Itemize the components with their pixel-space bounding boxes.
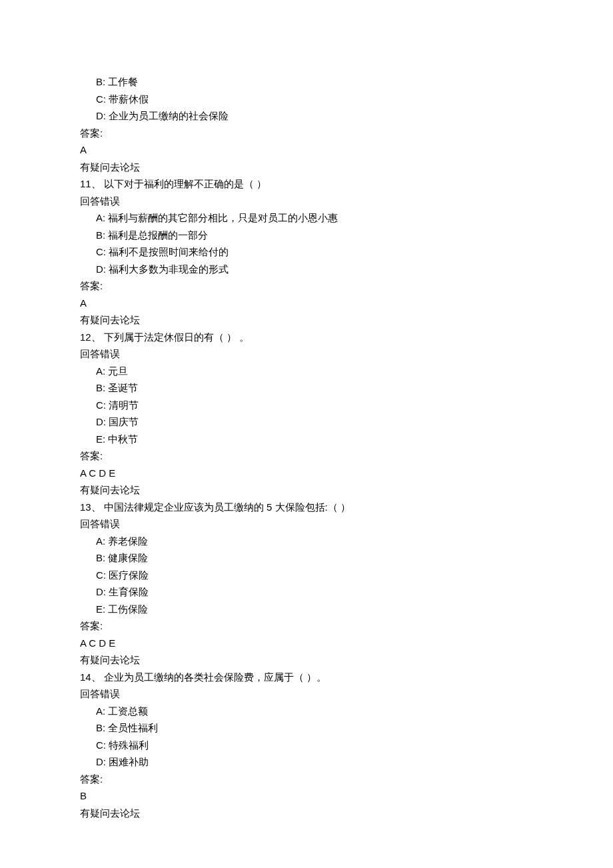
option-label: E: bbox=[96, 433, 105, 445]
option-text: 生育保险 bbox=[109, 586, 149, 597]
option-b: B: 福利是总报酬的一部分 bbox=[80, 227, 533, 244]
option-a: A: 元旦 bbox=[80, 363, 533, 380]
answer-value: A bbox=[80, 295, 533, 312]
option-text: 医疗保险 bbox=[109, 569, 149, 581]
option-b: B: 健康保险 bbox=[80, 549, 533, 567]
forum-link[interactable]: 有疑问去论坛 bbox=[80, 159, 533, 176]
option-c: C: 带薪休假 bbox=[80, 91, 533, 108]
option-d: D: 国庆节 bbox=[80, 413, 533, 431]
option-b: B: 圣诞节 bbox=[80, 379, 533, 397]
option-text: 困难补助 bbox=[109, 756, 149, 767]
option-c: C: 清明节 bbox=[80, 397, 533, 414]
answer-value: A C D E bbox=[80, 635, 533, 652]
question-number: 13、 bbox=[80, 501, 101, 513]
forum-link[interactable]: 有疑问去论坛 bbox=[80, 481, 533, 499]
forum-link[interactable]: 有疑问去论坛 bbox=[80, 651, 533, 669]
question-text: 以下对于福利的理解不正确的是（ ） bbox=[104, 178, 267, 189]
option-label: D: bbox=[96, 586, 106, 597]
option-text: 全员性福利 bbox=[108, 722, 158, 733]
option-c: C: 医疗保险 bbox=[80, 567, 533, 584]
question-stem: 13、 中国法律规定企业应该为员工缴纳的 5 大保险包括:（ ） bbox=[80, 499, 533, 516]
option-label: B: bbox=[96, 229, 105, 241]
question-10-partial: B: 工作餐 C: 带薪休假 D: 企业为员工缴纳的社会保险 答案: A 有疑问… bbox=[80, 73, 533, 175]
option-text: 健康保险 bbox=[108, 552, 148, 563]
question-12: 12、 下列属于法定休假日的有（ ） 。 回答错误 A: 元旦 B: 圣诞节 C… bbox=[80, 329, 533, 499]
status-text: 回答错误 bbox=[80, 193, 533, 210]
question-14: 14、 企业为员工缴纳的各类社会保险费，应属于（ ）。 回答错误 A: 工资总额… bbox=[80, 669, 533, 822]
option-a: A: 工资总额 bbox=[80, 703, 533, 720]
option-c: C: 福利不是按照时间来给付的 bbox=[80, 243, 533, 261]
option-text: 工伤保险 bbox=[108, 603, 148, 615]
status-text: 回答错误 bbox=[80, 515, 533, 533]
answer-value: A C D E bbox=[80, 465, 533, 482]
option-label: C: bbox=[96, 246, 106, 257]
option-text: 养老保险 bbox=[108, 535, 148, 547]
option-e: E: 工伤保险 bbox=[80, 601, 533, 618]
option-text: 工资总额 bbox=[108, 705, 148, 717]
question-text: 企业为员工缴纳的各类社会保险费，应属于（ ）。 bbox=[104, 671, 326, 683]
option-label: A: bbox=[96, 535, 105, 547]
option-text: 国庆节 bbox=[109, 416, 139, 427]
option-label: C: bbox=[96, 399, 106, 411]
option-label: D: bbox=[96, 263, 106, 275]
option-label: B: bbox=[96, 382, 105, 393]
option-label: C: bbox=[96, 739, 106, 751]
option-label: E: bbox=[96, 603, 105, 615]
answer-label: 答案: bbox=[80, 771, 533, 788]
question-number: 11、 bbox=[80, 178, 101, 189]
question-stem: 11、 以下对于福利的理解不正确的是（ ） bbox=[80, 175, 533, 193]
answer-label: 答案: bbox=[80, 277, 533, 295]
question-number: 14、 bbox=[80, 671, 101, 683]
option-label: A: bbox=[96, 365, 105, 377]
question-text: 中国法律规定企业应该为员工缴纳的 5 大保险包括:（ ） bbox=[104, 501, 350, 513]
option-label: D: bbox=[96, 416, 106, 427]
option-text: 福利是总报酬的一部分 bbox=[108, 229, 208, 241]
answer-label: 答案: bbox=[80, 447, 533, 465]
option-label: D: bbox=[96, 756, 106, 767]
option-b: B: 工作餐 bbox=[80, 73, 533, 91]
option-label: A: bbox=[96, 212, 105, 223]
option-label: D: bbox=[96, 110, 106, 121]
question-stem: 14、 企业为员工缴纳的各类社会保险费，应属于（ ）。 bbox=[80, 669, 533, 686]
question-text: 下列属于法定休假日的有（ ） 。 bbox=[104, 331, 249, 343]
option-c: C: 特殊福利 bbox=[80, 737, 533, 754]
question-13: 13、 中国法律规定企业应该为员工缴纳的 5 大保险包括:（ ） 回答错误 A:… bbox=[80, 499, 533, 669]
answer-value: A bbox=[80, 141, 533, 159]
option-text: 圣诞节 bbox=[108, 382, 138, 393]
option-text: 元旦 bbox=[108, 365, 128, 377]
forum-link[interactable]: 有疑问去论坛 bbox=[80, 805, 533, 822]
option-text: 福利大多数为非现金的形式 bbox=[109, 263, 229, 275]
option-text: 工作餐 bbox=[108, 76, 138, 87]
answer-label: 答案: bbox=[80, 125, 533, 142]
option-d: D: 企业为员工缴纳的社会保险 bbox=[80, 107, 533, 125]
option-a: A: 福利与薪酬的其它部分相比，只是对员工的小恩小惠 bbox=[80, 209, 533, 227]
option-text: 带薪休假 bbox=[109, 93, 149, 105]
question-stem: 12、 下列属于法定休假日的有（ ） 。 bbox=[80, 329, 533, 346]
option-label: C: bbox=[96, 93, 106, 105]
option-b: B: 全员性福利 bbox=[80, 719, 533, 737]
question-11: 11、 以下对于福利的理解不正确的是（ ） 回答错误 A: 福利与薪酬的其它部分… bbox=[80, 175, 533, 329]
option-label: A: bbox=[96, 705, 105, 717]
option-d: D: 生育保险 bbox=[80, 583, 533, 601]
option-label: B: bbox=[96, 722, 105, 733]
option-label: B: bbox=[96, 76, 105, 87]
option-text: 福利不是按照时间来给付的 bbox=[109, 246, 229, 257]
option-d: D: 福利大多数为非现金的形式 bbox=[80, 261, 533, 278]
option-a: A: 养老保险 bbox=[80, 533, 533, 550]
option-e: E: 中秋节 bbox=[80, 431, 533, 448]
option-text: 中秋节 bbox=[108, 433, 138, 445]
answer-label: 答案: bbox=[80, 617, 533, 635]
option-text: 企业为员工缴纳的社会保险 bbox=[109, 110, 229, 121]
option-text: 清明节 bbox=[109, 399, 139, 411]
status-text: 回答错误 bbox=[80, 345, 533, 363]
option-label: C: bbox=[96, 569, 106, 581]
status-text: 回答错误 bbox=[80, 685, 533, 703]
forum-link[interactable]: 有疑问去论坛 bbox=[80, 311, 533, 329]
option-d: D: 困难补助 bbox=[80, 753, 533, 771]
option-text: 福利与薪酬的其它部分相比，只是对员工的小恩小惠 bbox=[108, 212, 338, 223]
question-number: 12、 bbox=[80, 331, 101, 343]
answer-value: B bbox=[80, 787, 533, 805]
option-text: 特殊福利 bbox=[109, 739, 149, 751]
option-label: B: bbox=[96, 552, 105, 563]
